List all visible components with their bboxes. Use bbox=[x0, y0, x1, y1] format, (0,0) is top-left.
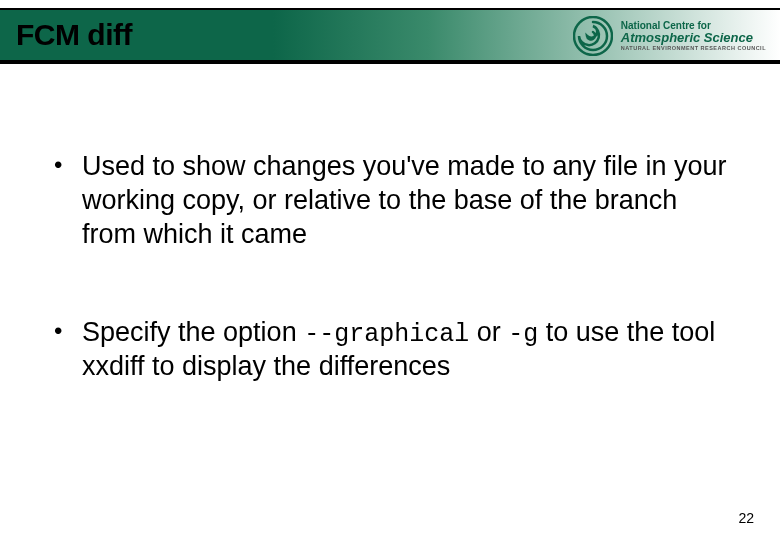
swirl-icon bbox=[573, 16, 613, 56]
page-number: 22 bbox=[738, 510, 754, 526]
code-text: --graphical bbox=[304, 320, 469, 349]
bullet-text: Used to show changes you've made to any … bbox=[82, 151, 727, 249]
logo-line2: Atmospheric Science bbox=[621, 31, 766, 44]
logo-text: National Centre for Atmospheric Science … bbox=[621, 21, 766, 52]
ncas-logo: National Centre for Atmospheric Science … bbox=[573, 16, 766, 56]
logo-line3: NATURAL ENVIRONMENT RESEARCH COUNCIL bbox=[621, 46, 766, 52]
slide-title: FCM diff bbox=[0, 18, 132, 52]
code-text: -g bbox=[508, 320, 538, 349]
bullet-text: Specify the option bbox=[82, 317, 304, 347]
bullet-list: Used to show changes you've made to any … bbox=[48, 150, 732, 384]
slide-header: FCM diff National Centre for Atmospheric… bbox=[0, 8, 780, 64]
slide-content: Used to show changes you've made to any … bbox=[48, 150, 732, 448]
list-item: Specify the option --graphical or -g to … bbox=[48, 316, 732, 384]
bullet-text: or bbox=[469, 317, 508, 347]
list-item: Used to show changes you've made to any … bbox=[48, 150, 732, 252]
